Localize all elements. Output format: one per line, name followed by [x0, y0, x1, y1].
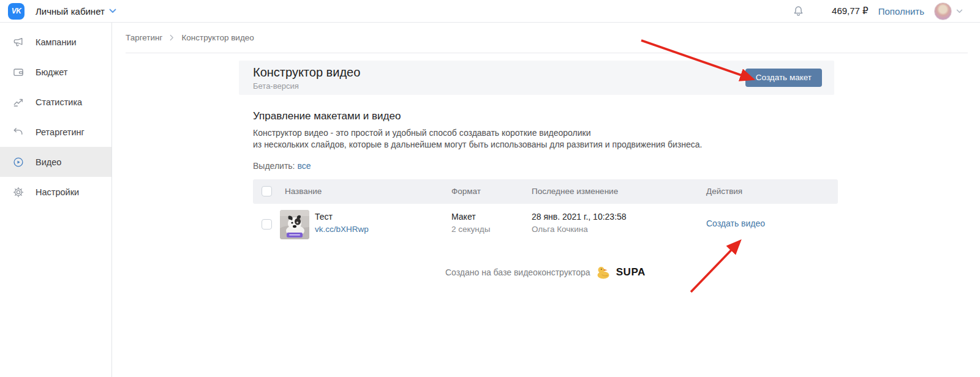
- select-label: Выделить:: [253, 161, 295, 171]
- supa-footer-text: Создано на базе видеоконструктора: [445, 267, 590, 277]
- table-row: Тест vk.cc/bXHRwp Макет 2 секунды 28 янв…: [253, 204, 838, 245]
- create-layout-button[interactable]: Создать макет: [745, 69, 822, 87]
- layout-format: Макет: [451, 212, 476, 222]
- sidebar-item-budget[interactable]: Бюджет: [0, 57, 111, 87]
- supa-footer: Создано на базе видеоконструктора SUPA: [253, 264, 838, 281]
- description-line-1: Конструктор видео - это простой и удобны…: [253, 127, 755, 139]
- select-row: Выделить:все: [253, 161, 311, 171]
- column-header-actions: Действия: [706, 187, 742, 196]
- sidebar-item-label: Бюджет: [36, 67, 67, 77]
- profile-chevron-down-icon[interactable]: [956, 9, 963, 13]
- layout-short-link[interactable]: vk.cc/bXHRwp: [315, 225, 369, 234]
- sidebar-item-settings[interactable]: Настройки: [0, 177, 111, 207]
- wallet-icon: [12, 66, 24, 78]
- layout-thumbnail[interactable]: [280, 210, 309, 239]
- section-heading: Управление макетами и видео: [253, 110, 401, 122]
- account-title: Личный кабинет: [36, 6, 105, 17]
- topbar: VK Личный кабинет 469,77 ₽ Пополнить: [0, 0, 980, 23]
- breadcrumb: Таргетинг Конструктор видео: [126, 33, 254, 42]
- sidebar-item-retargeting[interactable]: Ретаргетинг: [0, 117, 111, 147]
- column-header-modified: Последнее изменение: [532, 187, 618, 196]
- main-content: Таргетинг Конструктор видео Конструктор …: [112, 23, 980, 377]
- megaphone-icon: [12, 36, 24, 48]
- column-header-format: Формат: [451, 187, 481, 196]
- supa-logo[interactable]: SUPA: [616, 266, 646, 278]
- notifications-bell-icon[interactable]: [792, 5, 805, 18]
- row-checkbox[interactable]: [262, 219, 272, 230]
- breadcrumb-current: Конструктор видео: [181, 33, 254, 42]
- section-description: Конструктор видео - это простой и удобны…: [253, 127, 755, 151]
- sidebar-item-campaigns[interactable]: Кампании: [0, 27, 111, 57]
- sidebar-item-label: Настройки: [36, 187, 79, 197]
- user-avatar[interactable]: [934, 2, 952, 20]
- breadcrumb-targeting[interactable]: Таргетинг: [126, 33, 162, 42]
- column-header-name: Название: [285, 187, 322, 196]
- stats-icon: [12, 96, 24, 108]
- video-icon: [12, 156, 24, 168]
- layouts-table: Название Формат Последнее изменение Дейс…: [253, 179, 838, 245]
- chevron-down-icon: [109, 9, 116, 13]
- select-all-link[interactable]: все: [297, 161, 311, 171]
- layout-name: Тест: [315, 212, 333, 222]
- vk-logo[interactable]: VK: [8, 3, 24, 20]
- create-video-link[interactable]: Создать видео: [706, 218, 765, 228]
- sidebar-item-label: Видео: [36, 157, 61, 167]
- sidebar-item-label: Ретаргетинг: [36, 127, 85, 137]
- sidebar-item-label: Кампании: [36, 37, 77, 47]
- table-header-row: Название Формат Последнее изменение Дейс…: [253, 179, 838, 204]
- balance-amount: 469,77 ₽: [832, 6, 869, 17]
- account-switcher[interactable]: Личный кабинет: [36, 6, 116, 17]
- sidebar-item-label: Статистика: [36, 97, 82, 107]
- sidebar-item-statistics[interactable]: Статистика: [0, 87, 111, 117]
- gear-icon: [12, 186, 24, 198]
- description-line-2: из нескольких слайдов, которые в дальней…: [253, 139, 755, 151]
- chevron-right-icon: [170, 34, 174, 41]
- modified-date: 28 янв. 2021 г., 10:23:58: [532, 212, 627, 222]
- sidebar: Кампании Бюджет Статистика Ретаргет: [0, 23, 112, 377]
- topup-link[interactable]: Пополнить: [878, 6, 924, 17]
- modified-by: Ольга Кочкина: [532, 225, 588, 234]
- breadcrumb-divider: [126, 53, 968, 53]
- beta-label: Бета-версия: [253, 81, 299, 91]
- layout-duration: 2 секунды: [451, 225, 490, 234]
- page-header-panel: Конструктор видео Бета-версия Создать ма…: [239, 61, 834, 95]
- sidebar-item-video[interactable]: Видео: [0, 147, 111, 177]
- retargeting-icon: [12, 126, 24, 138]
- select-all-checkbox[interactable]: [262, 186, 272, 196]
- duck-icon: [596, 266, 611, 279]
- page-title: Конструктор видео: [253, 65, 360, 80]
